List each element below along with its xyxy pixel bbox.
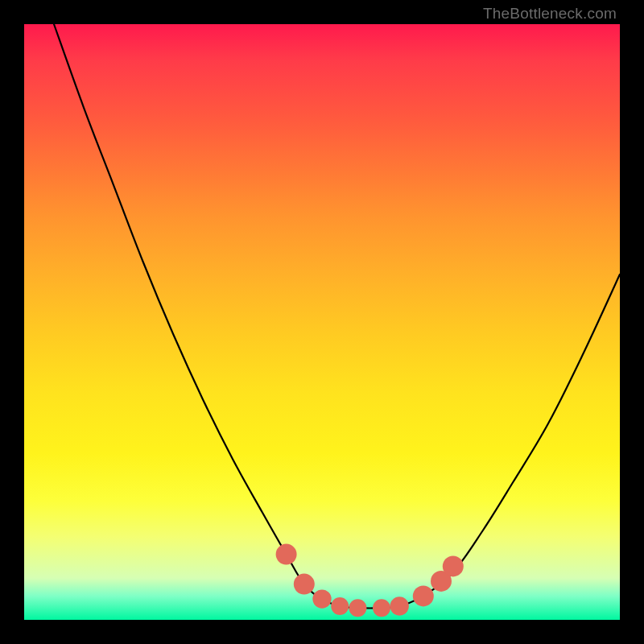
valley-dot (413, 585, 434, 606)
valley-dot (373, 599, 390, 617)
valley-dot (443, 555, 464, 576)
curve-svg (24, 24, 620, 620)
valley-dot (276, 544, 297, 565)
valley-dot (294, 574, 315, 595)
valley-dots (276, 544, 464, 617)
valley-dot (390, 597, 409, 615)
plot-area (24, 24, 620, 620)
watermark-text: TheBottleneck.com (483, 5, 617, 23)
chart-frame: TheBottleneck.com (0, 0, 644, 644)
valley-dot (331, 597, 349, 615)
bottleneck-curve (54, 24, 620, 608)
valley-dot (312, 589, 331, 608)
valley-dot (349, 599, 366, 617)
